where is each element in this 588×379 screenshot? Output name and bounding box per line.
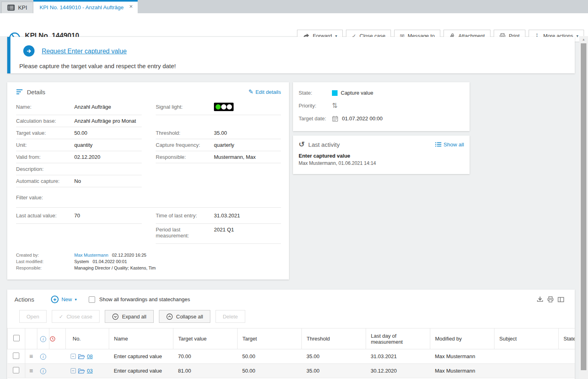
state-row: State: Capture value (299, 89, 464, 97)
expand-all-icon (112, 313, 119, 320)
activity-entry-title: Enter captured value (299, 153, 464, 159)
show-all-forwardings-toggle[interactable]: Show all forwardings and statechanges (89, 296, 190, 303)
folder-open-icon[interactable] (78, 354, 85, 359)
target-date-row: Target date: 01.07.2022 00:00 (299, 115, 464, 122)
list-icon (7, 4, 15, 11)
actions-table: i No. Name Target value Target Threshold… (7, 328, 575, 378)
activity-entry: Enter captured value Max Mustermann, 01.… (299, 153, 464, 166)
details-title: Details (27, 89, 45, 95)
collapse-node-icon[interactable]: − (71, 368, 76, 373)
show-all-link[interactable]: Show all (435, 142, 464, 148)
table-header-row: i No. Name Target value Target Threshold… (8, 328, 575, 349)
new-action-button[interactable]: + New ▾ (51, 296, 77, 303)
close-case-list-button: ✓ Close case (52, 310, 100, 323)
tab-label: KPI (18, 4, 27, 11)
field-calculation-base: Calculation base:Anzahl Aufträge pro Mon… (16, 115, 142, 127)
created-by-row: Created by: Max Mustermann02.12.2020 16:… (16, 252, 281, 258)
tab-kpi-list[interactable]: KPI (1, 2, 33, 13)
cell-target-value: 81.00 (173, 364, 238, 378)
field-responsible: Responsible:Mustermann, Max (156, 151, 281, 163)
created-by-user-link[interactable]: Max Mustermann (74, 252, 108, 258)
edit-details-link[interactable]: ✎ Edit details (248, 88, 281, 95)
tab-kpi-detail[interactable]: KPI No. 1449010 - Anzahl Aufträge × (33, 0, 138, 13)
scrollbar-thumb[interactable] (581, 43, 586, 370)
priority-sort-icon: ⇅ (332, 102, 338, 109)
drag-column-header (25, 328, 37, 349)
open-button: Open (19, 310, 47, 323)
cell-state (559, 364, 575, 378)
column-header-target: Target (238, 328, 302, 349)
collapse-all-icon (166, 313, 173, 320)
table-columns-icon[interactable] (557, 296, 564, 303)
row-checkbox[interactable] (13, 367, 19, 373)
select-all-header (8, 328, 25, 349)
history-icon: ↺ (299, 141, 305, 148)
cell-target: 50.00 (238, 349, 302, 364)
expand-all-button[interactable]: Expand all (105, 310, 154, 323)
last-activity-title: Last activity (308, 141, 340, 148)
banner-accent-bar (7, 37, 10, 73)
details-icon (16, 89, 23, 95)
table-row: ≡ i − 03 Enter captured value 81.00 50.0… (8, 364, 575, 378)
actions-title: Actions (14, 296, 34, 303)
cell-last-day: 31.03.2021 (366, 349, 430, 364)
signal-light (214, 103, 234, 111)
request-message: Please capture the target value and resp… (19, 63, 176, 69)
field-target-value: Target value:50.00 (16, 127, 142, 139)
cell-target: 50.00 (238, 364, 302, 378)
yellow-light-off (221, 104, 226, 109)
request-link[interactable]: Request Enter captured value (42, 48, 127, 55)
spacer-row (156, 115, 281, 127)
plus-circle-icon: + (51, 296, 59, 303)
arrow-right-circle-icon (23, 45, 35, 57)
cell-target-value: 70.00 (173, 349, 238, 364)
column-header-target-value: Target value (173, 328, 238, 349)
cell-threshold: 35.00 (302, 349, 366, 364)
show-all-forwardings-checkbox[interactable] (89, 296, 95, 303)
drag-handle-icon[interactable]: ≡ (29, 353, 33, 360)
row-checkbox[interactable] (13, 353, 19, 359)
close-icon[interactable]: × (129, 3, 133, 9)
cell-name: Enter captured value (109, 364, 173, 378)
cell-threshold: 35.00 (302, 364, 366, 378)
check-icon: ✓ (59, 314, 63, 320)
state-color-swatch (332, 90, 338, 96)
field-description: Description: (16, 163, 142, 175)
drag-handle-icon[interactable]: ≡ (29, 367, 33, 374)
actions-button-row: Open ✓ Close case Expand all Collapse al… (7, 307, 575, 328)
field-valid-from: Valid from:02.12.2020 (16, 151, 142, 163)
actions-table-wrap: i No. Name Target value Target Threshold… (7, 328, 575, 378)
folder-open-icon[interactable] (78, 368, 85, 374)
info-column-header: i (37, 328, 49, 349)
info-icon[interactable]: i (40, 354, 46, 360)
state-value: Capture value (341, 90, 373, 96)
clock-icon (49, 336, 65, 342)
scroll-up-arrow-icon[interactable]: ▲ (579, 36, 588, 43)
field-period-last-measurement: Period last measurement:2021 Q1 (156, 224, 281, 244)
field-threshold: Threshold:35.00 (156, 127, 281, 139)
vertical-scrollbar[interactable]: ▲ (579, 36, 588, 379)
priority-row: Priority: ⇅ (299, 102, 464, 109)
cell-subject (494, 349, 559, 364)
red-light-off (227, 104, 232, 109)
action-number-link[interactable]: 08 (87, 353, 93, 359)
action-number-link[interactable]: 03 (87, 368, 93, 374)
print-list-icon[interactable] (547, 296, 554, 303)
info-icon[interactable]: i (40, 368, 46, 374)
collapse-node-icon[interactable]: − (71, 354, 76, 359)
select-all-checkbox[interactable] (13, 335, 20, 341)
cell-subject (494, 364, 559, 378)
collapse-all-button[interactable]: Collapse all (159, 310, 210, 323)
details-card: Details ✎ Edit details Name:Anzahl Auftr… (7, 82, 289, 280)
green-light (216, 104, 221, 109)
download-icon[interactable] (537, 296, 543, 303)
delete-button: Delete (216, 310, 245, 323)
info-icon: i (40, 336, 46, 342)
last-modified-row: Last modified: System01.04.2022 00:01 (16, 258, 281, 265)
chevron-down-icon: ▾ (576, 34, 578, 38)
column-header-subject: Subject (494, 328, 559, 349)
last-activity-panel: ↺ Last activity Show all Enter captured … (293, 136, 470, 174)
field-name: Name:Anzahl Aufträge (16, 99, 142, 115)
cell-name: Enter captured value (109, 349, 173, 364)
details-left-column: Name:Anzahl Aufträge Calculation base:An… (16, 99, 142, 207)
